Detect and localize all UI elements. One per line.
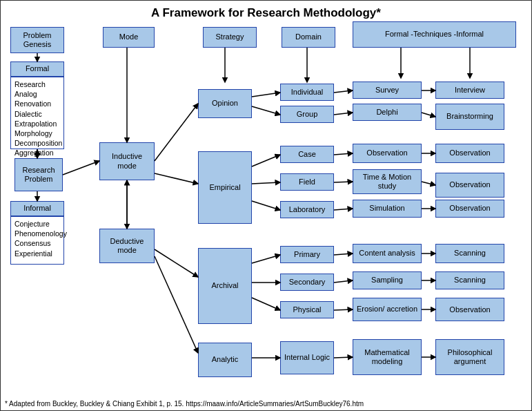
svg-line-26	[334, 113, 353, 115]
svg-line-25	[334, 90, 353, 93]
svg-line-16	[252, 93, 280, 97]
box-internal-logic: Internal Logic	[280, 341, 334, 374]
box-inductive-mode: Inductive mode	[99, 142, 155, 180]
box-laboratory: Laboratory	[280, 201, 334, 218]
svg-line-27	[334, 153, 353, 155]
box-obs2: Observation	[435, 144, 504, 163]
page-title: A Framework for Research Methodology*	[1, 1, 531, 23]
svg-line-18	[252, 155, 280, 166]
box-deductive-mode: Deductive mode	[99, 229, 155, 263]
box-simulation: Simulation	[353, 200, 422, 218]
footer-text: * Adapted from Buckley, Buckley & Chiang…	[5, 400, 364, 408]
box-interview: Interview	[435, 82, 504, 99]
box-informal: Informal	[10, 201, 64, 216]
box-group: Group	[280, 106, 334, 123]
obs-archival-physical-label: Observation	[435, 298, 504, 321]
svg-line-37	[422, 182, 435, 185]
box-formal-list: Research Analog Renovation Dialectic Ext…	[10, 77, 64, 149]
box-research-problem: Research Problem	[14, 158, 63, 191]
box-scanning2: Scanning	[435, 271, 504, 289]
box-delphi: Delphi	[353, 104, 422, 121]
box-strategy-header: Strategy	[203, 27, 257, 48]
svg-line-13	[155, 173, 198, 184]
box-sampling: Sampling	[353, 271, 422, 289]
box-domain-header: Domain	[282, 27, 335, 48]
box-content-analysis: Content analysis	[353, 244, 422, 263]
box-physical: Physical	[280, 301, 334, 318]
box-primary: Primary	[280, 246, 334, 263]
svg-line-21	[252, 255, 280, 263]
box-secondary: Secondary	[280, 274, 334, 291]
box-formal: Formal	[10, 61, 64, 77]
box-field: Field	[280, 173, 334, 191]
svg-line-30	[334, 254, 353, 255]
svg-line-4	[63, 161, 99, 175]
box-mathematical: Mathematical modeling	[353, 339, 422, 375]
box-individual: Individual	[280, 84, 334, 101]
box-obs3: Observation	[435, 173, 504, 198]
box-philosophical: Philosophical argument	[435, 339, 504, 375]
svg-line-15	[155, 256, 198, 353]
svg-line-28	[334, 182, 353, 182]
box-survey: Survey	[353, 82, 422, 99]
svg-line-32	[334, 309, 353, 310]
svg-line-19	[252, 182, 280, 184]
box-mode-header: Mode	[103, 27, 155, 48]
svg-line-12	[155, 104, 198, 161]
box-obs4: Observation	[435, 200, 504, 218]
box-time-motion: Time & Motion study	[353, 169, 422, 194]
svg-line-17	[252, 106, 280, 115]
box-analytic: Analytic	[198, 343, 252, 377]
box-scanning1: Scanning	[435, 244, 504, 263]
box-informal-list: Conjecture Phenomenology Consensus Exper…	[10, 216, 64, 265]
svg-line-14	[155, 249, 198, 277]
box-opinion: Opinion	[198, 89, 252, 118]
svg-line-20	[252, 201, 280, 210]
box-empirical: Empirical	[198, 151, 252, 224]
box-brainstorming: Brainstorming	[435, 104, 504, 130]
diagram-container: A Framework for Research Methodology* Pr…	[0, 0, 532, 411]
svg-line-29	[334, 209, 353, 210]
box-erosion: Erosion/ accretion	[353, 298, 422, 321]
box-archival: Archival	[198, 248, 252, 324]
svg-line-23	[252, 298, 280, 310]
box-problem-genesis: Problem Genesis	[10, 27, 64, 53]
svg-line-35	[422, 113, 435, 117]
box-obs1: Observation	[353, 144, 422, 163]
svg-line-33	[334, 357, 353, 358]
box-case: Case	[280, 146, 334, 163]
svg-line-31	[334, 280, 353, 283]
box-formal-techniques: Formal -Techniques -Informal	[353, 21, 516, 48]
